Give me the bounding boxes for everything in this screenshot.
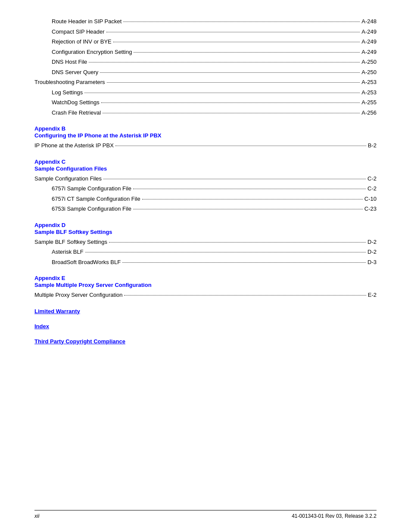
toc-entry-page: A-249 bbox=[361, 48, 377, 56]
toc-entry-label: IP Phone at the Asterisk IP PBX bbox=[34, 141, 114, 150]
toc-entry: Rejection of INV or BYEA-249 bbox=[34, 37, 377, 46]
toc-entry: 6757i CT Sample Configuration FileC-10 bbox=[34, 195, 377, 203]
toc-entry-label: DNS Server Query bbox=[52, 68, 98, 77]
page: Route Header in SIP PacketA-248Compact S… bbox=[0, 0, 411, 532]
section-subtitle[interactable]: Sample BLF Softkey Settings bbox=[34, 229, 377, 235]
toc-dots bbox=[142, 199, 363, 199]
toc-entry: Log SettingsA-253 bbox=[34, 88, 377, 97]
toc-entry-page: E-2 bbox=[368, 291, 377, 299]
toc-entry-label: 6757i Sample Configuration File bbox=[52, 184, 131, 193]
toc-entry: Configuration Encryption SettingA-249 bbox=[34, 48, 377, 56]
toc-dots bbox=[100, 72, 360, 73]
footer: xii 41-001343-01 Rev 03, Release 3.2.2 bbox=[34, 510, 377, 519]
toc-dots bbox=[123, 22, 360, 22]
section-subtitle[interactable]: Configuring the IP Phone at the Asterisk… bbox=[34, 132, 377, 139]
toc-entry: BroadSoft BroadWorks BLFD-3 bbox=[34, 258, 377, 267]
toc-entry-label: Sample BLF Softkey Settings bbox=[34, 238, 107, 246]
toc-entry-page: B-2 bbox=[368, 141, 377, 150]
toc-entry-page: D-3 bbox=[367, 258, 377, 267]
toc-entry: Asterisk BLFD-2 bbox=[34, 248, 377, 256]
toc-dots bbox=[103, 179, 366, 179]
toc-entry-label: Route Header in SIP Packet bbox=[52, 17, 121, 26]
toc-entry: Compact SIP HeaderA-249 bbox=[34, 28, 377, 36]
sections-container: Appendix BConfiguring the IP Phone at th… bbox=[34, 125, 377, 299]
toc-entry-page: A-248 bbox=[361, 17, 377, 26]
toc-entry-page: D-2 bbox=[367, 248, 377, 256]
toc-dots bbox=[134, 52, 360, 53]
toc-entry-label: Troubleshooting Parameters bbox=[34, 78, 105, 87]
toc-entry-page: C-2 bbox=[367, 184, 377, 193]
toc-entry: 6753i Sample Configuration FileC-23 bbox=[34, 205, 377, 213]
section-appendix-c: Appendix CSample Configuration FilesSamp… bbox=[34, 159, 377, 213]
toc-entry-label: BroadSoft BroadWorks BLF bbox=[52, 258, 121, 267]
standalone-link-third-party[interactable]: Third Party Copyright Compliance bbox=[34, 338, 377, 345]
toc-entry-page: C-10 bbox=[364, 195, 377, 203]
section-header[interactable]: Appendix D bbox=[34, 222, 377, 228]
toc-entry: Sample BLF Softkey SettingsD-2 bbox=[34, 238, 377, 246]
toc-entry: Multiple Proxy Server ConfigurationE-2 bbox=[34, 291, 377, 299]
standalone-links: Limited WarrantyIndexThird Party Copyrig… bbox=[34, 308, 377, 345]
toc-entry: Route Header in SIP PacketA-248 bbox=[34, 17, 377, 26]
section-subtitle[interactable]: Sample Multiple Proxy Server Configurati… bbox=[34, 282, 377, 288]
toc-entry: DNS Host FileA-250 bbox=[34, 58, 377, 66]
section-header[interactable]: Appendix B bbox=[34, 125, 377, 132]
toc-dots bbox=[133, 209, 363, 209]
toc-entry: WatchDog SettingsA-255 bbox=[34, 98, 377, 107]
toc-dots bbox=[107, 82, 360, 83]
toc-dots bbox=[101, 103, 360, 103]
toc-dots bbox=[124, 295, 366, 296]
section-header[interactable]: Appendix C bbox=[34, 159, 377, 165]
toc-entry: 6757i Sample Configuration FileC-2 bbox=[34, 184, 377, 193]
toc-entry-label: 6753i Sample Configuration File bbox=[52, 205, 131, 213]
toc-entry-label: 6757i CT Sample Configuration File bbox=[52, 195, 140, 203]
toc-entry-page: D-2 bbox=[367, 238, 377, 246]
section-appendix-d: Appendix DSample BLF Softkey SettingsSam… bbox=[34, 222, 377, 267]
toc-dots bbox=[113, 42, 360, 42]
standalone-link-limited-warranty[interactable]: Limited Warranty bbox=[34, 308, 377, 314]
toc-entry-page: A-253 bbox=[361, 78, 377, 87]
toc-entry-page: A-253 bbox=[361, 88, 377, 97]
section-header[interactable]: Appendix E bbox=[34, 275, 377, 281]
footer-page-number: xii bbox=[34, 513, 39, 519]
toc-dots bbox=[89, 62, 360, 62]
toc-entry-label: Log Settings bbox=[52, 88, 83, 97]
toc-entry-page: A-249 bbox=[361, 37, 377, 46]
toc-entry: Crash File RetrievalA-256 bbox=[34, 109, 377, 117]
toc-dots bbox=[115, 146, 366, 146]
section-appendix-b: Appendix BConfiguring the IP Phone at th… bbox=[34, 125, 377, 150]
toc-entry-label: Configuration Encryption Setting bbox=[52, 48, 132, 56]
toc-dots bbox=[85, 252, 366, 252]
toc-entry-label: Compact SIP Header bbox=[52, 28, 105, 36]
toc-dots bbox=[103, 113, 360, 113]
toc-entry: IP Phone at the Asterisk IP PBXB-2 bbox=[34, 141, 377, 150]
toc-entry-page: C-23 bbox=[364, 205, 377, 213]
toc-entry-label: DNS Host File bbox=[52, 58, 87, 66]
toc-dots bbox=[122, 262, 366, 263]
standalone-link-index[interactable]: Index bbox=[34, 323, 377, 330]
toc-entry-label: Asterisk BLF bbox=[52, 248, 84, 256]
toc-dots bbox=[106, 32, 360, 32]
footer-doc-info: 41-001343-01 Rev 03, Release 3.2.2 bbox=[292, 513, 377, 519]
toc-entry: Sample Configuration FilesC-2 bbox=[34, 174, 377, 183]
toc-entry-page: A-250 bbox=[361, 58, 377, 66]
toc-entry-label: Crash File Retrieval bbox=[52, 109, 101, 117]
toc-entry-page: A-249 bbox=[361, 28, 377, 36]
toc-entry-page: A-256 bbox=[361, 109, 377, 117]
toc-entry-label: WatchDog Settings bbox=[52, 98, 100, 107]
toc-entry-label: Sample Configuration Files bbox=[34, 174, 102, 183]
toc-entry-label: Rejection of INV or BYE bbox=[52, 37, 112, 46]
toc-entry: DNS Server QueryA-250 bbox=[34, 68, 377, 77]
toc-dots bbox=[84, 93, 360, 93]
toc-top-entries: Route Header in SIP PacketA-248Compact S… bbox=[34, 17, 377, 117]
toc-entry-page: A-250 bbox=[361, 68, 377, 77]
section-subtitle[interactable]: Sample Configuration Files bbox=[34, 165, 377, 172]
toc-entry: Troubleshooting ParametersA-253 bbox=[34, 78, 377, 87]
toc-dots bbox=[109, 242, 366, 243]
toc-entry-label: Multiple Proxy Server Configuration bbox=[34, 291, 122, 299]
section-appendix-e: Appendix ESample Multiple Proxy Server C… bbox=[34, 275, 377, 299]
toc-entry-page: C-2 bbox=[367, 174, 377, 183]
toc-entry-page: A-255 bbox=[361, 98, 377, 107]
toc-dots bbox=[133, 189, 366, 189]
